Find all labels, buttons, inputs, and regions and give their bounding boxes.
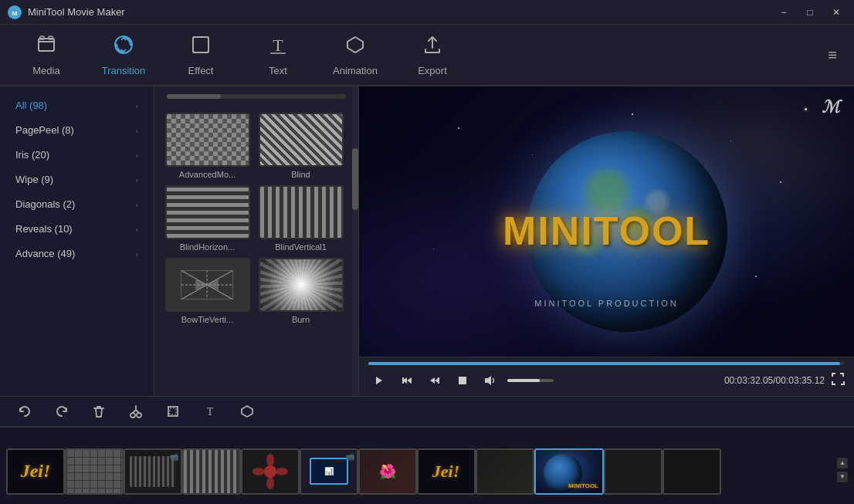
svg-text:Jei!: Jei! [432, 462, 459, 481]
progress-bar[interactable] [368, 362, 845, 365]
timeline-clip-5[interactable] [241, 448, 300, 495]
transition-item-blind[interactable]: Blind [257, 113, 344, 179]
svg-point-5 [115, 36, 132, 53]
chevron-icon: › [135, 151, 138, 160]
play-button[interactable] [368, 370, 390, 391]
svg-marker-22 [435, 377, 439, 384]
timeline-clip-12[interactable] [663, 448, 721, 495]
text-edit-button[interactable]: T [198, 399, 222, 424]
svg-rect-7 [193, 37, 208, 52]
transition-item-burn[interactable]: Burn [257, 258, 344, 324]
category-reveals[interactable]: Reveals (10) › [3, 217, 151, 241]
timeline-clip-10[interactable]: MINITOOL [534, 448, 604, 495]
stop-button[interactable] [452, 370, 473, 391]
transition-item-blindvertical[interactable]: BlindVertical1 [257, 185, 344, 252]
redo-button[interactable] [49, 399, 74, 424]
category-wipe[interactable]: Wipe (9) › [3, 167, 151, 191]
timeline-scroll-controls: ▲ ▼ [837, 458, 848, 482]
category-diagonals[interactable]: Diagonals (2) › [3, 192, 151, 216]
progress-fill [368, 362, 840, 365]
export-icon [422, 34, 443, 60]
toolbar-effect[interactable]: Effect [162, 28, 239, 82]
chevron-icon: › [135, 126, 138, 135]
toolbar-media[interactable]: Media [8, 28, 85, 82]
controls-row: 00:03:32.05/00:03:35.12 [368, 370, 845, 391]
transition-label-blindhorizontal: BlindHorizon... [180, 242, 236, 252]
timeline-clip-6[interactable]: 📊 📹 [300, 448, 358, 495]
timeline-clip-11[interactable] [604, 448, 663, 495]
transition-label-bowtie: BowTieVerti... [181, 315, 233, 324]
scroll-up-button[interactable]: ▲ [837, 458, 848, 468]
toolbar-transition[interactable]: Transition [85, 28, 162, 82]
transition-item-blindhorizontal[interactable]: BlindHorizon... [164, 185, 251, 252]
main-toolbar: Media Transition Effect T [0, 25, 854, 86]
svg-point-31 [264, 465, 276, 478]
svg-point-26 [137, 413, 141, 418]
timeline-clip-3[interactable]: 📹 [124, 448, 182, 495]
effects-edit-button[interactable] [235, 399, 259, 424]
transition-label-advancedmo: AdvancedMo... [179, 170, 236, 179]
svg-rect-2 [39, 39, 54, 51]
timeline-clip-7[interactable]: 🌺 [358, 448, 417, 495]
svg-point-34 [252, 468, 265, 475]
timeline-clip-8[interactable]: Jei! [417, 448, 476, 495]
svg-point-35 [276, 468, 288, 475]
timeline-track[interactable]: Jei! 📹 [0, 428, 854, 504]
animation-label: Animation [333, 65, 378, 76]
timeline-clip-9[interactable] [476, 448, 534, 495]
toolbar-export[interactable]: Export [394, 28, 471, 82]
cut-button[interactable] [124, 399, 148, 424]
toolbar-animation[interactable]: Animation [317, 28, 394, 82]
transitions-scrollbar[interactable] [352, 86, 358, 396]
volume-fill [507, 379, 540, 382]
close-button[interactable]: ✕ [826, 5, 846, 20]
chevron-icon: › [135, 225, 138, 234]
svg-point-25 [130, 413, 135, 418]
animation-icon [344, 34, 366, 60]
category-reveals-label: Reveals (10) [15, 223, 73, 235]
video-icon: 📹 [169, 452, 178, 461]
volume-slider[interactable] [507, 379, 554, 382]
edit-toolbar: T [0, 396, 854, 427]
category-iris[interactable]: Iris (20) › [3, 143, 151, 167]
svg-text:ℳ: ℳ [822, 97, 843, 117]
fullscreen-button[interactable] [831, 372, 845, 389]
svg-point-32 [266, 454, 274, 466]
timeline-clip-4[interactable] [182, 448, 241, 495]
chevron-icon: › [135, 249, 138, 259]
delete-button[interactable] [86, 399, 111, 424]
minimize-button[interactable]: − [774, 5, 794, 20]
text-label: Text [269, 65, 287, 76]
watermark: ℳ [815, 94, 846, 122]
maximize-button[interactable]: □ [800, 5, 820, 20]
svg-point-33 [266, 477, 274, 489]
toolbar-text[interactable]: T Text [239, 28, 317, 82]
transitions-panel: AdvancedMo... Blind BlindHorizon... [154, 86, 359, 396]
hamburger-menu-button[interactable]: ≡ [818, 41, 846, 69]
transition-thumb-advancedmo [165, 113, 250, 167]
undo-button[interactable] [12, 399, 37, 424]
transition-item-advancedmo[interactable]: AdvancedMo... [164, 113, 251, 179]
svg-marker-16 [376, 377, 382, 384]
timeline-clip-2[interactable] [65, 448, 124, 495]
transition-label: Transition [102, 65, 146, 76]
crop-button[interactable] [161, 399, 185, 424]
forward-button[interactable] [424, 370, 446, 391]
category-wipe-label: Wipe (9) [15, 174, 53, 185]
rewind-button[interactable] [396, 370, 418, 391]
volume-button[interactable] [480, 370, 501, 391]
svg-text:T: T [207, 406, 214, 418]
category-pagepeel[interactable]: PagePeel (8) › [3, 118, 151, 142]
svg-text:Jei!: Jei! [20, 461, 51, 481]
category-all[interactable]: All (98) › [3, 93, 151, 117]
scroll-down-button[interactable]: ▼ [837, 472, 848, 482]
timeline-clip-1[interactable]: Jei! [6, 448, 65, 495]
transition-thumb-blindvertical [259, 185, 344, 239]
transition-item-bowtie[interactable]: BowTieVerti... [164, 258, 251, 324]
transitions-scroll[interactable]: AdvancedMo... Blind BlindHorizon... [154, 103, 358, 396]
chevron-icon: › [135, 200, 138, 209]
transition-icon [113, 34, 134, 60]
svg-marker-20 [430, 377, 435, 384]
category-all-label: All (98) [15, 100, 47, 111]
category-advance[interactable]: Advance (49) › [3, 242, 151, 266]
